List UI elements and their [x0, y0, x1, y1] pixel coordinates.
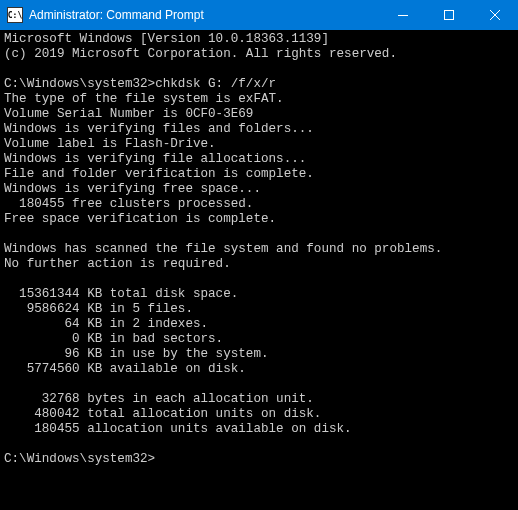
titlebar: C:\ Administrator: Command Prompt [0, 0, 518, 30]
minimize-icon [398, 15, 408, 16]
window-controls [380, 0, 518, 30]
svg-rect-1 [445, 11, 454, 20]
cmd-icon: C:\ [7, 7, 23, 23]
maximize-icon [444, 10, 454, 20]
minimize-button[interactable] [380, 0, 426, 30]
close-icon [490, 10, 500, 20]
terminal-output[interactable]: Microsoft Windows [Version 10.0.18363.11… [0, 30, 518, 510]
close-button[interactable] [472, 0, 518, 30]
svg-rect-0 [398, 15, 408, 16]
window-title: Administrator: Command Prompt [29, 8, 380, 22]
maximize-button[interactable] [426, 0, 472, 30]
